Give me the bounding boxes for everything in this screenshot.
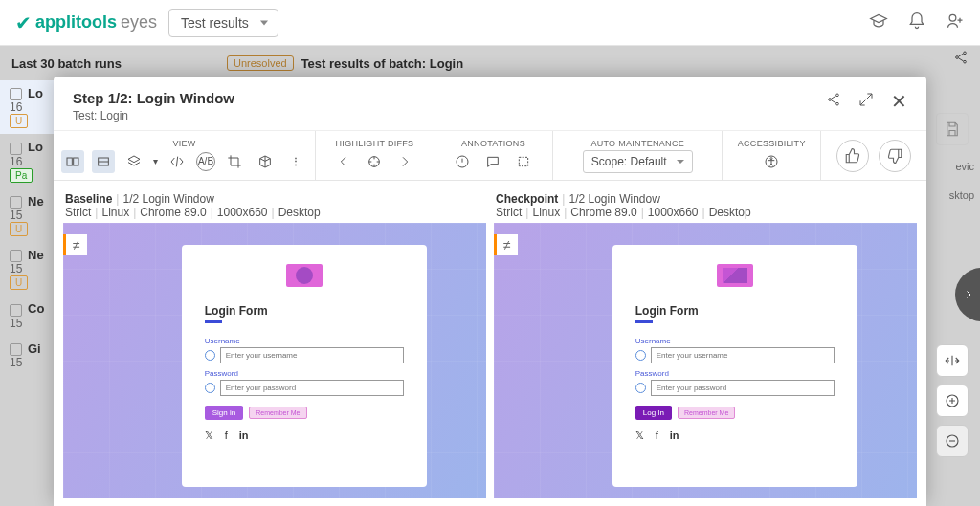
- topbar: ✔ applitoolseyes Test results: [0, 0, 980, 46]
- close-icon[interactable]: ✕: [891, 90, 907, 113]
- password-input[interactable]: [651, 380, 835, 396]
- zoom-in-icon[interactable]: [936, 385, 969, 417]
- ab-icon[interactable]: A/B: [196, 152, 215, 171]
- zoom-out-icon[interactable]: [936, 425, 969, 457]
- svg-rect-7: [67, 158, 72, 165]
- svg-point-6: [836, 102, 839, 105]
- view-label: VIEW: [172, 139, 195, 148]
- remember-toggle[interactable]: Remember Me: [249, 407, 306, 419]
- save-icon[interactable]: [936, 113, 969, 145]
- expand-icon[interactable]: [858, 92, 874, 111]
- lock-field-icon: [205, 383, 215, 393]
- checkpoint-preview[interactable]: ≠ Login Form Username Password Log InRem…: [494, 223, 917, 498]
- access-label: ACCESSIBILITY: [738, 139, 806, 148]
- modal-subtitle: Test: Login: [73, 109, 234, 122]
- next-diff-icon[interactable]: [393, 150, 416, 173]
- thumbs-down-button[interactable]: [879, 140, 911, 172]
- facebook-icon: f: [656, 429, 658, 442]
- svg-point-0: [949, 14, 956, 21]
- login-logo: [286, 264, 323, 287]
- twitter-icon: 𝕏: [205, 429, 213, 442]
- user-icon[interactable]: [946, 11, 965, 34]
- baseline-pane: Baseline|1/2 Login Window Strict|Linux|C…: [63, 188, 486, 498]
- username-input[interactable]: [220, 347, 404, 363]
- education-icon[interactable]: [869, 11, 888, 34]
- user-field-icon: [205, 350, 215, 361]
- code-icon[interactable]: [166, 150, 189, 173]
- login-logo: [717, 264, 753, 287]
- region-icon[interactable]: [512, 150, 535, 173]
- nav-dropdown[interactable]: Test results: [168, 9, 278, 37]
- auto-label: AUTO MAINTENANCE: [590, 139, 684, 148]
- bg-text-1: evic: [955, 161, 974, 172]
- compare-area: Baseline|1/2 Login Window Strict|Linux|C…: [54, 181, 926, 506]
- modal-title: Step 1/2: Login Window: [73, 90, 234, 106]
- thumbs-up-button[interactable]: [836, 140, 869, 172]
- svg-rect-8: [74, 158, 78, 165]
- password-input[interactable]: [220, 380, 404, 396]
- remember-toggle[interactable]: Remember Me: [678, 407, 735, 419]
- more-icon[interactable]: ⋮: [284, 150, 307, 173]
- annotations-label: ANNOTATIONS: [461, 139, 525, 148]
- svg-point-14: [770, 157, 772, 159]
- login-title: Login Form: [635, 304, 835, 318]
- bell-icon[interactable]: [907, 11, 926, 34]
- fit-width-icon[interactable]: [936, 344, 969, 377]
- facebook-icon: f: [225, 429, 228, 442]
- diff-badge: ≠: [494, 234, 518, 255]
- bg-text-2: sktop: [949, 189, 974, 201]
- login-card: Login Form Username Password Log InRemem…: [612, 245, 858, 487]
- user-field-icon: [635, 350, 646, 361]
- step-modal: Step 1/2: Login Window Test: Login ✕ VIE…: [54, 77, 926, 506]
- lock-field-icon: [635, 383, 646, 393]
- diff-badge: ≠: [63, 234, 87, 255]
- cube-icon[interactable]: [254, 150, 277, 173]
- zoom-panel: [936, 344, 969, 457]
- topbar-icons: [869, 11, 965, 34]
- highlight-label: HIGHLIGHT DIFFS: [336, 139, 414, 148]
- linkedin-icon: in: [670, 429, 679, 442]
- login-card: Login Form Username Password Sign inReme…: [182, 245, 427, 487]
- scope-select[interactable]: Scope: Default: [583, 150, 693, 173]
- twitter-icon: 𝕏: [635, 429, 644, 442]
- layout-single-icon[interactable]: [92, 150, 115, 173]
- logo: ✔ applitoolseyes: [15, 11, 157, 34]
- issue-icon[interactable]: [451, 150, 474, 173]
- target-icon[interactable]: [363, 150, 386, 173]
- linkedin-icon: in: [239, 429, 249, 442]
- login-button[interactable]: Log In: [635, 406, 672, 420]
- crop-icon[interactable]: [223, 150, 246, 173]
- toolbar: VIEW ▾ A/B ⋮ HIGHLIGHT DIFFS ANNOTA: [54, 131, 926, 181]
- svg-point-4: [836, 94, 839, 97]
- modal-header: Step 1/2: Login Window Test: Login ✕: [54, 77, 926, 131]
- layout-split-icon[interactable]: [61, 150, 84, 173]
- baseline-preview[interactable]: ≠ Login Form Username Password Sign inRe…: [63, 223, 486, 498]
- share-icon[interactable]: [826, 92, 841, 111]
- svg-rect-12: [520, 157, 528, 165]
- logo-icon: ✔: [15, 11, 32, 34]
- svg-point-5: [829, 99, 832, 101]
- brand-light: eyes: [121, 12, 157, 33]
- layers-icon[interactable]: [122, 150, 145, 173]
- signin-button[interactable]: Sign in: [205, 406, 243, 420]
- prev-diff-icon[interactable]: [332, 150, 355, 173]
- brand-bold: applitools: [35, 12, 117, 33]
- username-input[interactable]: [651, 347, 835, 363]
- checkpoint-pane: Checkpoint|1/2 Login Window Strict|Linux…: [494, 188, 917, 498]
- login-title: Login Form: [205, 304, 404, 318]
- comment-icon[interactable]: [481, 150, 504, 173]
- accessibility-icon[interactable]: [760, 150, 783, 173]
